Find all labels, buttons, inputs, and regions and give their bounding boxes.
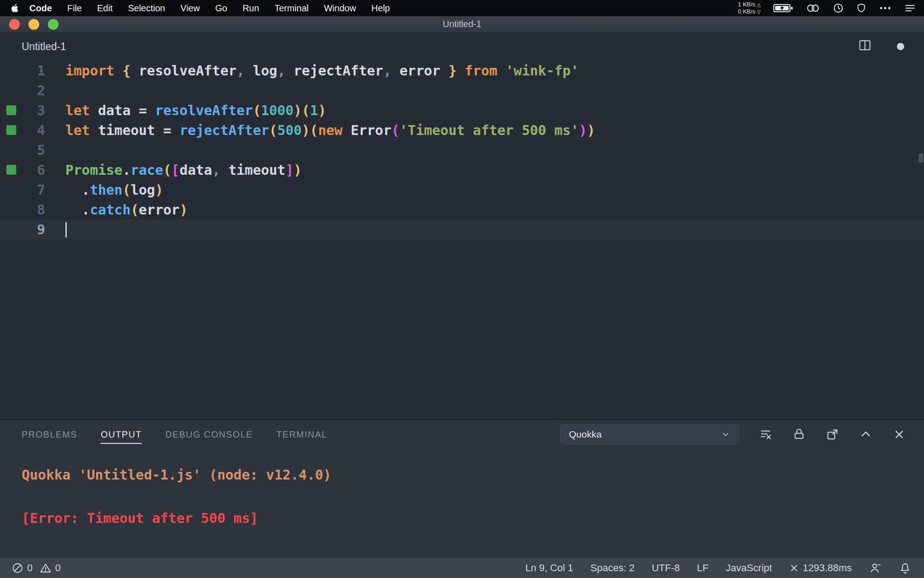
- network-up: 1 KB/s: [738, 1, 755, 8]
- line-number: 9: [0, 222, 45, 238]
- text-cursor: [65, 222, 67, 238]
- encoding-setting[interactable]: UTF-8: [651, 562, 679, 574]
- clear-output-icon[interactable]: [759, 428, 772, 441]
- panel-tabs: PROBLEMSOUTPUTDEBUG CONSOLETERMINAL: [22, 429, 327, 440]
- up-triangle-icon: △: [757, 2, 761, 7]
- line-number: 8: [0, 202, 45, 218]
- menu-view[interactable]: View: [173, 3, 208, 14]
- code-text: .then(log): [45, 182, 163, 198]
- code-line-7[interactable]: 7 .then(log): [0, 180, 924, 200]
- quokka-x-icon: [789, 563, 799, 573]
- menu-selection[interactable]: Selection: [120, 3, 173, 14]
- code-text: let data = resolveAfter(1000)(1): [45, 103, 326, 118]
- menu-items: FileEditSelectionViewGoRunTerminalWindow…: [60, 3, 397, 14]
- code-line-8[interactable]: 8 .catch(error): [0, 200, 924, 219]
- battery-icon[interactable]: [773, 3, 793, 14]
- close-panel-icon[interactable]: [892, 428, 906, 441]
- menu-file[interactable]: File: [60, 3, 89, 14]
- line-number: 7: [0, 182, 45, 198]
- ellipsis-icon[interactable]: [879, 3, 892, 14]
- maximize-panel-icon[interactable]: [859, 428, 873, 441]
- panel-tab-debug-console[interactable]: DEBUG CONSOLE: [165, 429, 253, 444]
- warning-icon: [40, 562, 51, 574]
- feedback-icon[interactable]: [869, 562, 882, 574]
- menu-help[interactable]: Help: [364, 3, 397, 14]
- down-triangle-icon: ▽: [757, 9, 761, 14]
- panel-tab-output[interactable]: OUTPUT: [101, 429, 142, 444]
- code-line-5[interactable]: 5: [0, 140, 924, 160]
- tab-untitled-1[interactable]: Untitled-1: [22, 41, 66, 53]
- menu-terminal[interactable]: Terminal: [267, 3, 316, 14]
- minimize-window-button[interactable]: [28, 19, 39, 30]
- traffic-lights: [9, 19, 59, 30]
- problems-indicator[interactable]: 0 0: [12, 562, 61, 574]
- quokka-time: 1293.88ms: [803, 562, 852, 574]
- close-window-button[interactable]: [9, 19, 20, 30]
- quokka-coverage-indicator: [6, 165, 16, 175]
- list-menu-icon[interactable]: [904, 3, 916, 14]
- vscode-window: Code FileEditSelectionViewGoRunTerminalW…: [0, 0, 924, 578]
- code-line-2[interactable]: 2: [0, 80, 924, 100]
- error-count: 0: [27, 562, 32, 574]
- code-line-1[interactable]: 1import { resolveAfter, log, rejectAfter…: [0, 61, 924, 80]
- macos-menubar: Code FileEditSelectionViewGoRunTerminalW…: [0, 0, 924, 16]
- link-circles-icon[interactable]: [806, 3, 820, 13]
- code-text: .catch(error): [45, 202, 188, 218]
- status-bar: 0 0 Ln 9, Col 1 Spaces: 2 UTF-8 LF JavaS…: [0, 557, 924, 578]
- panel-tab-problems[interactable]: PROBLEMS: [22, 429, 77, 444]
- output-content: Quokka 'Untitled-1.js' (node: v12.4.0)[E…: [0, 449, 924, 532]
- editor-tab-strip: Untitled-1: [0, 33, 924, 61]
- menu-go[interactable]: Go: [208, 3, 235, 14]
- code-line-3[interactable]: 3let data = resolveAfter(1000)(1): [0, 100, 924, 120]
- panel-tab-terminal[interactable]: TERMINAL: [276, 429, 327, 444]
- panel-header: PROBLEMSOUTPUTDEBUG CONSOLETERMINAL Quok…: [0, 420, 924, 449]
- output-line: [22, 489, 924, 510]
- error-icon: [12, 562, 23, 574]
- warning-count: 0: [55, 562, 60, 574]
- window-title: Untitled-1: [0, 19, 924, 29]
- eol-setting[interactable]: LF: [697, 562, 709, 574]
- lock-autoscroll-icon[interactable]: [792, 428, 806, 441]
- output-line: [Error: Timeout after 500 ms]: [22, 510, 924, 532]
- menu-run[interactable]: Run: [235, 3, 267, 14]
- split-editor-icon[interactable]: [858, 38, 872, 55]
- menu-app-name[interactable]: Code: [22, 3, 60, 14]
- output-channel-value: Quokka: [569, 429, 601, 440]
- code-text: let timeout = rejectAfter(500)(new Error…: [45, 122, 595, 138]
- output-line: Quokka 'Untitled-1.js' (node: v12.4.0): [22, 467, 924, 489]
- language-mode[interactable]: JavaScript: [725, 562, 772, 574]
- quokka-coverage-indicator: [6, 125, 16, 135]
- clock-icon[interactable]: [833, 3, 844, 14]
- cursor-position[interactable]: Ln 9, Col 1: [525, 562, 573, 574]
- scrollbar-thumb[interactable]: [919, 154, 923, 163]
- editor-lines: 1import { resolveAfter, log, rejectAfter…: [0, 61, 924, 239]
- notifications-bell-icon[interactable]: [899, 562, 911, 574]
- menu-edit[interactable]: Edit: [89, 3, 120, 14]
- code-text: import { resolveAfter, log, rejectAfter,…: [45, 63, 579, 79]
- code-line-4[interactable]: 4let timeout = rejectAfter(500)(new Erro…: [0, 120, 924, 140]
- shield-icon[interactable]: [856, 3, 866, 14]
- menubar-status-icons: 1 KB/s △ 0 KB/s ▽: [738, 1, 916, 15]
- quokka-status[interactable]: 1293.88ms: [789, 562, 852, 574]
- window-titlebar[interactable]: Untitled-1: [0, 16, 924, 33]
- zoom-window-button[interactable]: [48, 19, 59, 30]
- bottom-panel: PROBLEMSOUTPUTDEBUG CONSOLETERMINAL Quok…: [0, 419, 924, 557]
- open-output-in-editor-icon[interactable]: [826, 428, 839, 441]
- menu-window[interactable]: Window: [316, 3, 364, 14]
- unsaved-indicator-dot[interactable]: [897, 43, 904, 50]
- line-number: 5: [0, 142, 45, 158]
- code-line-6[interactable]: 6Promise.race([data, timeout]): [0, 160, 924, 180]
- line-number: 1: [0, 63, 45, 79]
- code-text: Promise.race([data, timeout]): [45, 162, 302, 178]
- indentation-setting[interactable]: Spaces: 2: [591, 562, 635, 574]
- output-channel-select[interactable]: Quokka: [560, 424, 739, 444]
- network-speed-indicator[interactable]: 1 KB/s △ 0 KB/s ▽: [738, 1, 761, 15]
- code-editor[interactable]: 1import { resolveAfter, log, rejectAfter…: [0, 61, 924, 419]
- apple-menu[interactable]: [11, 3, 19, 13]
- code-text: [45, 221, 67, 238]
- quokka-coverage-indicator: [6, 105, 16, 115]
- code-line-9[interactable]: 9: [0, 219, 924, 239]
- line-number: 2: [0, 83, 45, 98]
- network-down: 0 KB/s: [738, 8, 755, 15]
- apple-icon: [11, 3, 19, 13]
